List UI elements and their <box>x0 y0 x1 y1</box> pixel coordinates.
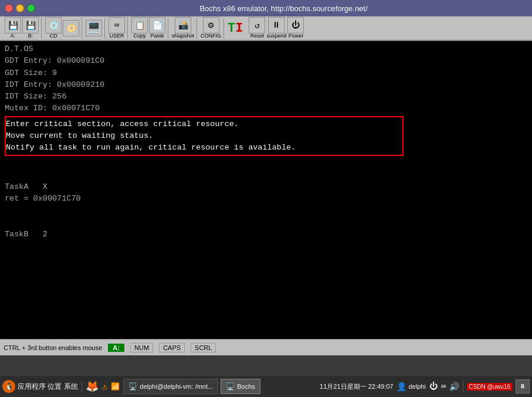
taskbar-item-bochs[interactable]: 🖥️ Bochs <box>221 379 260 394</box>
status-bar: CTRL + 3rd button enables mouse A: NUM C… <box>0 339 532 355</box>
taskbar-volume-icon[interactable]: 🔊 <box>449 382 459 392</box>
line-blank4 <box>5 217 527 229</box>
taskbar-item-terminal[interactable]: 🖥️ delphi@delphi-vm: /mnt... <box>123 379 218 394</box>
taskbar-items: 🖥️ delphi@delphi-vm: /mnt... 🖥️ Bochs <box>123 379 316 394</box>
caps-indicator: CAPS <box>159 343 185 352</box>
line-enter-critical: Enter critical section, access critical … <box>6 118 402 130</box>
snapshot-icon[interactable]: 📸 <box>175 17 191 33</box>
terminal-icon: 🖥️ <box>128 382 137 391</box>
cd2-icon[interactable]: 📀 <box>63 20 79 36</box>
drive-led: A: <box>108 344 124 352</box>
line-blank2 <box>5 169 527 181</box>
config-label: CONFIG <box>201 33 221 39</box>
ubuntu-icon: 🐧 <box>2 380 15 393</box>
taskbar-user-area: 👤 delphi <box>397 382 425 392</box>
num-indicator: NUM <box>130 343 153 352</box>
user-label: USER <box>109 33 124 39</box>
window-title: Bochs x86 emulator, http://bochs.sourcef… <box>40 4 527 13</box>
toolbar: 💾 A: 💾 B: 💿 CD 📀 🖥️ ⌨️ USER 📋 Copy <box>0 16 532 41</box>
window-controls <box>5 4 35 12</box>
tray-separator <box>463 381 463 392</box>
csdn-area: CSDN @uwu16 <box>467 383 512 391</box>
suspend-icon[interactable]: ⏸ <box>268 17 284 33</box>
screen-icon[interactable]: 🖥️ <box>86 20 102 36</box>
taskbar-clock: 11月21日星期一 22:49:07 <box>320 382 393 391</box>
toolbar-section-cd: 💿 CD 📀 <box>43 18 82 39</box>
toolbar-section-snapshot: 📸 sNapshot <box>170 18 197 39</box>
taskbar-apps-label: 应用程序 位置 系统 <box>18 382 78 392</box>
bochs-logo: TI <box>225 21 245 36</box>
line-taskb: TaskB 2 <box>5 229 527 240</box>
cd-label: CD <box>50 33 57 39</box>
status-hint: CTRL + 3rd button enables mouse <box>4 344 102 351</box>
num-label: NUM <box>130 343 153 352</box>
line-idt-entry: IDT Entry: 0x00009210 <box>5 79 527 91</box>
user-icon: 👤 <box>397 382 406 392</box>
line-idt-size: IDT Size: 256 <box>5 91 527 103</box>
reset-label: Reset <box>250 33 265 39</box>
paste-label: Paste <box>150 33 164 39</box>
line-blank1 <box>5 157 527 169</box>
title-bar: Bochs x86 emulator, http://bochs.sourcef… <box>0 0 532 16</box>
toolbar-section-screen: 🖥️ <box>83 18 105 39</box>
emulator-screen: D.T.OS GDT Entry: 0x000091C0 GDT Size: 9… <box>0 41 532 339</box>
power-icon[interactable]: ⏻ <box>287 17 304 33</box>
csdn-badge: CSDN @uwu16 <box>467 383 512 391</box>
bochs-tray-label: B <box>521 384 524 390</box>
config-icon[interactable]: ⚙️ <box>203 17 219 33</box>
taskbar-power-icon[interactable]: ⏻ <box>429 382 438 391</box>
toolbar-section-floppy: 💾 A: 💾 B: <box>2 18 42 39</box>
toolbar-section-user: ⌨️ USER <box>106 18 128 39</box>
taskbar-start[interactable]: 🐧 应用程序 位置 系统 <box>2 380 78 393</box>
toolbar-section-config: ⚙️ CONFIG <box>198 18 224 39</box>
taskbar-terminal-label: delphi@delphi-vm: /mnt... <box>140 383 213 390</box>
reset-icon[interactable]: ↺ <box>249 17 265 33</box>
line-gdt-size: GDT Size: 9 <box>5 67 527 79</box>
floppy-b-icon[interactable]: 💾 <box>22 17 39 33</box>
warning-icon: ⚠ <box>102 381 108 392</box>
bochs-tray-icon[interactable]: B <box>516 379 530 393</box>
maximize-button[interactable] <box>27 4 35 12</box>
taskbar-separator <box>82 381 82 392</box>
line-taska: TaskA X <box>5 181 527 193</box>
scrl-indicator: SCRL <box>191 343 216 352</box>
line-dtos: D.T.OS <box>5 43 527 55</box>
bochs-taskbar-icon: 🖥️ <box>226 382 235 391</box>
floppy-a-label: A: <box>11 33 16 39</box>
floppy-a-icon[interactable]: 💾 <box>5 17 21 33</box>
snapshot-label: sNapshot <box>172 33 194 39</box>
toolbar-section-copy: 📋 Copy 📄 Paste <box>129 18 168 39</box>
drive-indicator: A: <box>108 344 124 352</box>
cd-icon[interactable]: 💿 <box>45 17 62 33</box>
taskbar-keyboard-icon[interactable]: ⌨️ <box>441 382 446 392</box>
scrl-label: SCRL <box>191 343 216 352</box>
network-icon: 📶 <box>111 382 120 391</box>
keyboard-icon[interactable]: ⌨️ <box>109 17 125 33</box>
line-mutex-id: Mutex ID: 0x00071C70 <box>5 103 527 114</box>
floppy-b-label: B: <box>28 33 33 39</box>
minimize-button[interactable] <box>16 4 24 12</box>
toolbar-section-power: ↺ Reset ⏸ suspend ⏻ Power <box>246 18 306 39</box>
taskbar: 🐧 应用程序 位置 系统 🦊 ⚠ 📶 🖥️ delphi@delphi-vm: … <box>0 376 532 397</box>
suspend-label: suspend <box>266 33 286 39</box>
user-label: delphi <box>408 383 425 390</box>
taskbar-right: 11月21日星期一 22:49:07 👤 delphi ⏻ ⌨️ 🔊 CSDN … <box>320 379 530 393</box>
caps-label: CAPS <box>159 343 185 352</box>
line-move-current: Move current to waiting status. <box>6 130 402 142</box>
line-ret: ret = 0x00071C70 <box>5 193 527 205</box>
copy-label: Copy <box>133 33 145 39</box>
line-blank3 <box>5 205 527 216</box>
paste-icon[interactable]: 📄 <box>149 17 165 33</box>
highlighted-section: Enter critical section, access critical … <box>5 116 404 157</box>
firefox-icon[interactable]: 🦊 <box>86 380 99 393</box>
taskbar-bochs-label: Bochs <box>237 383 255 390</box>
line-gdt-entry: GDT Entry: 0x000091C0 <box>5 55 527 67</box>
copy-icon[interactable]: 📋 <box>131 17 148 33</box>
line-notify-all: Notify all task to run again, critical r… <box>6 142 402 154</box>
power-label: Power <box>289 33 304 39</box>
close-button[interactable] <box>5 4 13 12</box>
